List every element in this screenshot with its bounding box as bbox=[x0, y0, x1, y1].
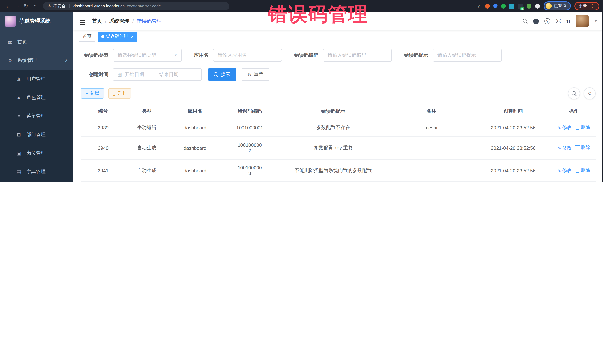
cell-type: 手动编辑 bbox=[126, 119, 168, 137]
sidebar-item-岗位管理[interactable]: ▣岗位管理 bbox=[0, 144, 73, 162]
update-button[interactable]: 更新 bbox=[579, 3, 587, 9]
user-avatar[interactable] bbox=[576, 15, 589, 27]
breadcrumb-home[interactable]: 首页 bbox=[92, 18, 102, 24]
reload-icon[interactable]: ↻ bbox=[22, 3, 30, 9]
type-label: 错误码类型 bbox=[81, 52, 113, 59]
back-icon[interactable]: ← bbox=[4, 3, 13, 9]
column-header-类型: 类型 bbox=[126, 104, 168, 119]
cell-message: 参数配置 key 重复 bbox=[278, 137, 389, 159]
type-select[interactable]: 请选择错误码类型 ∨ bbox=[113, 49, 182, 62]
edit-icon: ✎ bbox=[557, 125, 561, 130]
extension-teal-squares[interactable] bbox=[510, 3, 514, 8]
screen: ← → ↻ ⌂ ⚠ 不安全 dashboard.yudao.iocoder.cn… bbox=[0, 0, 603, 182]
help-icon[interactable]: ? bbox=[544, 18, 550, 24]
cell-code: 100100000 2 bbox=[222, 137, 278, 159]
tags-view-bar: 首页 错误码管理 × bbox=[73, 30, 603, 43]
window-scrollbar[interactable] bbox=[602, 12, 603, 182]
fullscreen-icon[interactable]: ↖↗↙↘ bbox=[556, 19, 561, 23]
github-icon[interactable] bbox=[533, 18, 539, 24]
forward-icon[interactable]: → bbox=[13, 3, 22, 9]
tab-home[interactable]: 首页 bbox=[79, 32, 95, 41]
tab-error-code[interactable]: 错误码管理 × bbox=[98, 32, 137, 41]
cell-time: 2021-04-20 23:52:56 bbox=[474, 137, 552, 159]
extension-puzzle[interactable] bbox=[535, 3, 540, 8]
sidebar-item-部门管理[interactable]: ⊞部门管理 bbox=[0, 125, 73, 144]
reset-button[interactable]: ↻ 重置 bbox=[242, 68, 269, 81]
sidebar-item-字典管理[interactable]: ▤字典管理 bbox=[0, 162, 73, 181]
bookmark-star-icon[interactable]: ☆ bbox=[477, 3, 481, 9]
search-button[interactable]: 搜索 bbox=[208, 68, 236, 81]
logo-row[interactable]: 芋道管理系统 bbox=[0, 12, 73, 30]
sidebar-item-用户管理[interactable]: ♙用户管理 bbox=[0, 70, 73, 88]
message-label: 错误码提示 bbox=[404, 52, 433, 59]
browser-menu-icon[interactable]: ⋮ bbox=[590, 3, 595, 9]
extension-green-v[interactable] bbox=[501, 3, 506, 8]
sidebar-item-label: 用户管理 bbox=[26, 76, 46, 82]
time-label: 创建时间 bbox=[81, 71, 113, 78]
calendar-icon: ▦ bbox=[118, 72, 122, 77]
security-label: 不安全 bbox=[53, 3, 66, 9]
sidebar-item-通知公告[interactable]: ✉通知公告 bbox=[0, 181, 73, 182]
hamburger-icon[interactable] bbox=[79, 18, 86, 24]
extension-dark-on[interactable]: on bbox=[518, 3, 523, 8]
delete-link[interactable]: 删除 bbox=[575, 124, 590, 131]
cell-id: 3941 bbox=[81, 159, 126, 182]
column-header-编号: 编号 bbox=[81, 104, 126, 119]
profile-paused-chip[interactable]: 已暂停 bbox=[544, 1, 571, 10]
sidebar-item-系统管理[interactable]: ⚙系统管理∧ bbox=[0, 51, 73, 70]
cell-message: 参数配置不存在 bbox=[278, 119, 389, 137]
add-button[interactable]: + 新增 bbox=[81, 88, 104, 99]
edit-link[interactable]: ✎修改 bbox=[557, 124, 572, 131]
delete-link[interactable]: 删除 bbox=[575, 167, 590, 174]
divider bbox=[70, 4, 70, 8]
refresh-table-button[interactable]: ↻ bbox=[584, 88, 596, 99]
sidebar-item-首页[interactable]: ▦首页 bbox=[0, 33, 73, 51]
cell-app: dashboard bbox=[168, 159, 222, 182]
update-area[interactable]: 更新 ⋮ bbox=[574, 2, 599, 10]
edit-link[interactable]: ✎修改 bbox=[557, 167, 572, 174]
cell-message: 不能删除类型为系统内置的参数配置 bbox=[278, 159, 389, 182]
column-header-错误码编码: 错误码编码 bbox=[222, 104, 278, 119]
app-input[interactable]: 请输入应用名 bbox=[213, 49, 282, 62]
cell-code: 100100000 3 bbox=[222, 159, 278, 182]
delete-link[interactable]: 删除 bbox=[575, 144, 590, 151]
text-size-icon[interactable]: tT bbox=[567, 18, 570, 24]
address-bar[interactable]: ⚠ 不安全 dashboard.yudao.iocoder.cn/system/… bbox=[43, 2, 229, 10]
app-label: 应用名 bbox=[194, 52, 213, 59]
message-input[interactable]: 请输入错误码提示 bbox=[433, 49, 502, 62]
sidebar: 芋道管理系统 ▦首页⚙系统管理∧♙用户管理♟角色管理≡菜单管理⊞部门管理▣岗位管… bbox=[0, 12, 73, 182]
edit-link[interactable]: ✎修改 bbox=[557, 145, 572, 151]
refresh-icon: ↻ bbox=[247, 72, 252, 77]
column-header-创建时间: 创建时间 bbox=[474, 104, 552, 119]
export-button[interactable]: ↓ 导出 bbox=[108, 88, 131, 99]
refresh-icon: ↻ bbox=[588, 91, 591, 96]
close-icon[interactable]: × bbox=[131, 34, 133, 39]
sidebar-item-label: 菜单管理 bbox=[26, 113, 46, 119]
user-icon: ♙ bbox=[16, 76, 22, 82]
extension-green-key[interactable] bbox=[527, 3, 531, 8]
extension-orange-gear[interactable] bbox=[485, 3, 490, 8]
code-input[interactable]: 请输入错误码编码 bbox=[323, 49, 392, 62]
plus-icon: + bbox=[86, 91, 88, 96]
date-range-picker[interactable]: ▦ 开始日期 - 结束日期 bbox=[113, 68, 202, 81]
sidebar-item-角色管理[interactable]: ♟角色管理 bbox=[0, 88, 73, 107]
extension-blue-gem[interactable] bbox=[493, 3, 498, 9]
breadcrumb-separator: / bbox=[105, 18, 106, 24]
cell-remark bbox=[389, 137, 474, 159]
home-icon[interactable]: ⌂ bbox=[30, 3, 39, 9]
chevron-down-icon: ∨ bbox=[174, 53, 177, 57]
sidebar-menu: ▦首页⚙系统管理∧♙用户管理♟角色管理≡菜单管理⊞部门管理▣岗位管理▤字典管理✉… bbox=[0, 33, 73, 182]
search-icon[interactable] bbox=[523, 19, 528, 23]
sidebar-item-菜单管理[interactable]: ≡菜单管理 bbox=[0, 107, 73, 125]
table-row: 3939手动编辑dashboard1001000001参数配置不存在ceshi2… bbox=[81, 119, 596, 137]
chevron-down-icon[interactable]: ▼ bbox=[594, 19, 597, 23]
sidebar-item-label: 岗位管理 bbox=[26, 150, 46, 156]
cell-time: 2021-04-20 23:52:56 bbox=[474, 119, 552, 137]
cell-actions: ✎修改删除 bbox=[552, 137, 596, 159]
show-search-button[interactable] bbox=[568, 88, 580, 99]
trash-icon bbox=[575, 169, 579, 173]
column-header-操作: 操作 bbox=[552, 104, 596, 119]
breadcrumb-system[interactable]: 系统管理 bbox=[109, 18, 129, 24]
logo-image bbox=[5, 16, 16, 27]
submenu-系统管理: ♙用户管理♟角色管理≡菜单管理⊞部门管理▣岗位管理▤字典管理✉通知公告✎审计日志… bbox=[0, 70, 73, 182]
